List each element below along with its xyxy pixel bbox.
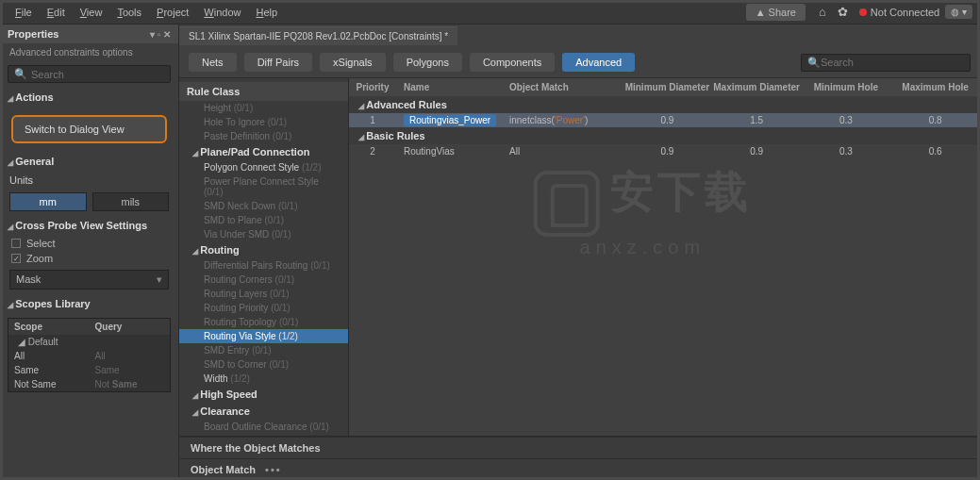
- filter-advanced[interactable]: Advanced: [562, 53, 635, 72]
- properties-panel: Properties ▾ ▫ ✕ Advanced constraints op…: [0, 25, 179, 480]
- col-object-match[interactable]: Object Match: [509, 82, 623, 92]
- properties-search-input[interactable]: [31, 69, 164, 80]
- unit-mils-button[interactable]: mils: [92, 192, 170, 211]
- tree-item[interactable]: Paste Definition (0/1): [179, 129, 348, 143]
- tree-group-plane[interactable]: Plane/Pad Connection: [179, 143, 348, 160]
- content-area: SL1 Xilinx Spartan-IIE PQ208 Rev1.02.Pcb…: [179, 25, 980, 480]
- filter-components[interactable]: Components: [470, 53, 555, 72]
- cell-value: 0.9: [712, 146, 802, 157]
- cell-priority: 2: [349, 146, 396, 157]
- section-actions[interactable]: Actions: [0, 87, 178, 108]
- tree-item[interactable]: SMD Neck Down (0/1): [179, 199, 348, 213]
- tree-item[interactable]: Hole To Ignore (0/1): [179, 115, 348, 129]
- grid-header: Priority Name Object Match Minimum Diame…: [349, 78, 980, 96]
- doc-tab[interactable]: SL1 Xilinx Spartan-IIE PQ208 Rev1.02.Pcb…: [179, 26, 457, 45]
- menubar: File Edit View Tools Project Window Help…: [0, 0, 980, 25]
- tree-item[interactable]: Routing Layers (0/1): [179, 287, 348, 301]
- rule-search-input[interactable]: [821, 57, 964, 68]
- rule-class-header: Rule Class: [179, 82, 348, 101]
- scope-row[interactable]: SameSame: [8, 363, 170, 377]
- filter-toolbar: Nets Diff Pairs xSignals Polygons Compon…: [179, 47, 980, 78]
- units-label: Units: [0, 172, 178, 189]
- tree-item[interactable]: Power Plane Connect Style (0/1): [179, 174, 348, 199]
- search-icon: 🔍: [14, 68, 27, 80]
- home-icon[interactable]: ⌂: [813, 5, 832, 19]
- tree-item[interactable]: Routing Topology (0/1): [179, 315, 348, 329]
- object-match-panel[interactable]: Object Match•••: [179, 458, 980, 480]
- rule-search[interactable]: 🔍: [801, 54, 971, 72]
- tree-item[interactable]: Width (1/2): [179, 372, 348, 386]
- section-scopes[interactable]: Scopes Library: [0, 293, 178, 314]
- grid-group-basic[interactable]: Basic Rules: [349, 127, 980, 144]
- cell-value: 0.9: [623, 146, 712, 157]
- tree-item[interactable]: Routing Priority (0/1): [179, 301, 348, 315]
- menu-window[interactable]: Window: [196, 4, 248, 21]
- cell-match: All: [509, 146, 623, 157]
- properties-subtitle: Advanced constraints options: [0, 43, 178, 61]
- share-button[interactable]: ▲ Share: [746, 4, 806, 21]
- col-scope[interactable]: Scope: [8, 319, 90, 335]
- col-query[interactable]: Query: [90, 319, 171, 335]
- mask-dropdown[interactable]: Mask: [9, 270, 169, 290]
- tree-item[interactable]: SMD Entry (0/1): [179, 343, 348, 357]
- tree-group-routing[interactable]: Routing: [179, 241, 348, 258]
- properties-search[interactable]: 🔍: [8, 65, 171, 83]
- connection-status[interactable]: Not Connected: [854, 7, 945, 18]
- scope-row[interactable]: AllAll: [8, 349, 170, 363]
- document-tabs: SL1 Xilinx Spartan-IIE PQ208 Rev1.02.Pcb…: [179, 25, 980, 47]
- tree-item[interactable]: Board Outline Clearance (0/1): [179, 420, 348, 434]
- menu-view[interactable]: View: [73, 4, 110, 21]
- scope-row[interactable]: Not SameNot Same: [8, 377, 170, 391]
- settings-icon[interactable]: ✿: [832, 5, 854, 19]
- user-badge[interactable]: ◍ ▾: [945, 5, 972, 19]
- chk-zoom[interactable]: ✓Zoom: [0, 251, 178, 266]
- col-name[interactable]: Name: [396, 82, 509, 92]
- filter-nets[interactable]: Nets: [189, 53, 237, 72]
- tree-item[interactable]: SMD to Corner (0/1): [179, 357, 348, 372]
- watermark: 安下载 anxz.com: [533, 163, 752, 258]
- tree-item[interactable]: Differential Pairs Routing (0/1): [179, 258, 348, 273]
- menu-help[interactable]: Help: [248, 4, 285, 21]
- cell-value: 0.3: [802, 115, 891, 125]
- tree-item[interactable]: Routing Corners (0/1): [179, 273, 348, 287]
- menu-edit[interactable]: Edit: [40, 4, 73, 21]
- filter-xsignals[interactable]: xSignals: [320, 53, 386, 72]
- col-max-diam[interactable]: Maximum Diameter: [712, 82, 802, 92]
- rule-class-tree[interactable]: Rule Class Height (0/1) Hole To Ignore (…: [179, 78, 349, 436]
- panel-controls[interactable]: ▾ ▫ ✕: [150, 29, 171, 40]
- section-general[interactable]: General: [0, 151, 178, 172]
- where-matches-panel[interactable]: Where the Object Matches: [179, 437, 980, 458]
- grid-row[interactable]: 2 RoutingVias All 0.9 0.9 0.3 0.6: [349, 144, 980, 158]
- cell-value: 1.5: [712, 115, 802, 125]
- filter-polygons[interactable]: Polygons: [393, 53, 462, 72]
- menu-tools[interactable]: Tools: [109, 4, 149, 21]
- section-crossprobe[interactable]: Cross Probe View Settings: [0, 215, 178, 236]
- col-max-hole[interactable]: Maximum Hole: [890, 82, 980, 92]
- col-priority[interactable]: Priority: [349, 82, 396, 92]
- search-icon: 🔍: [807, 57, 821, 69]
- scope-default-group[interactable]: ◢ Default: [8, 335, 170, 349]
- menu-project[interactable]: Project: [149, 4, 196, 21]
- col-min-hole[interactable]: Minimum Hole: [802, 82, 891, 92]
- tree-item[interactable]: SMD to Plane (0/1): [179, 213, 348, 227]
- rule-grid: Priority Name Object Match Minimum Diame…: [349, 78, 980, 436]
- menu-file[interactable]: File: [8, 4, 40, 21]
- tree-item[interactable]: Via Under SMD (0/1): [179, 227, 348, 241]
- tree-item[interactable]: Height (0/1): [179, 101, 348, 115]
- cell-value: 0.9: [623, 115, 712, 125]
- grid-row-selected[interactable]: 1 Routingvias_Power innetclass('Power') …: [349, 113, 980, 127]
- cell-match: innetclass('Power'): [509, 115, 623, 125]
- properties-title: Properties ▾ ▫ ✕: [0, 25, 178, 43]
- grid-group-advanced[interactable]: Advanced Rules: [349, 96, 980, 113]
- tree-item-selected[interactable]: Routing Via Style (1/2): [179, 329, 348, 343]
- tree-item[interactable]: Polygon Connect Style (1/2): [179, 160, 348, 174]
- chk-select[interactable]: Select: [0, 236, 178, 251]
- bottom-panels: Where the Object Matches Object Match•••: [179, 436, 980, 480]
- tree-group-clearance[interactable]: Clearance: [179, 403, 348, 420]
- switch-to-dialog-button[interactable]: Switch to Dialog View: [11, 115, 167, 143]
- filter-diffpairs[interactable]: Diff Pairs: [244, 53, 312, 72]
- col-min-diam[interactable]: Minimum Diameter: [623, 82, 712, 92]
- unit-mm-button[interactable]: mm: [9, 192, 87, 211]
- more-icon[interactable]: •••: [265, 464, 282, 475]
- tree-group-highspeed[interactable]: High Speed: [179, 386, 348, 403]
